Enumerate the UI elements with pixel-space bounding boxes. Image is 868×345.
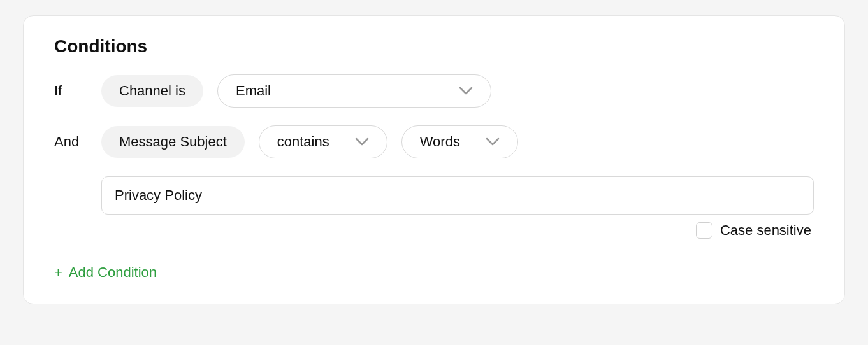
plus-icon: + bbox=[54, 265, 62, 279]
conditions-card: Conditions If Channel is Email And Messa… bbox=[23, 15, 845, 304]
conditions-title: Conditions bbox=[54, 36, 814, 57]
chevron-down-icon bbox=[355, 137, 369, 146]
dropdown-value: Words bbox=[420, 135, 460, 149]
add-condition-button[interactable]: + Add Condition bbox=[54, 264, 157, 281]
conjunction-label: And bbox=[54, 134, 87, 150]
dropdown-value: Email bbox=[236, 84, 271, 98]
subject-text-input[interactable] bbox=[101, 176, 814, 215]
field-label: Message Subject bbox=[119, 135, 227, 149]
conjunction-label: If bbox=[54, 83, 87, 99]
chevron-down-icon bbox=[486, 137, 500, 146]
case-sensitive-row: Case sensitive bbox=[54, 222, 814, 239]
case-sensitive-checkbox[interactable] bbox=[696, 222, 712, 239]
condition-row: And Message Subject contains Words bbox=[54, 125, 814, 158]
operator-dropdown[interactable]: contains bbox=[259, 125, 387, 158]
text-input-wrap bbox=[101, 176, 814, 215]
dropdown-value: contains bbox=[277, 135, 329, 149]
value-dropdown-channel[interactable]: Email bbox=[217, 74, 491, 108]
field-pill-channel[interactable]: Channel is bbox=[101, 75, 203, 107]
match-type-dropdown[interactable]: Words bbox=[401, 125, 518, 158]
case-sensitive-label[interactable]: Case sensitive bbox=[720, 222, 811, 239]
add-condition-label: Add Condition bbox=[69, 264, 157, 281]
field-pill-subject[interactable]: Message Subject bbox=[101, 126, 245, 158]
condition-row: If Channel is Email bbox=[54, 74, 814, 108]
chevron-down-icon bbox=[459, 87, 473, 95]
field-label: Channel is bbox=[119, 84, 185, 98]
